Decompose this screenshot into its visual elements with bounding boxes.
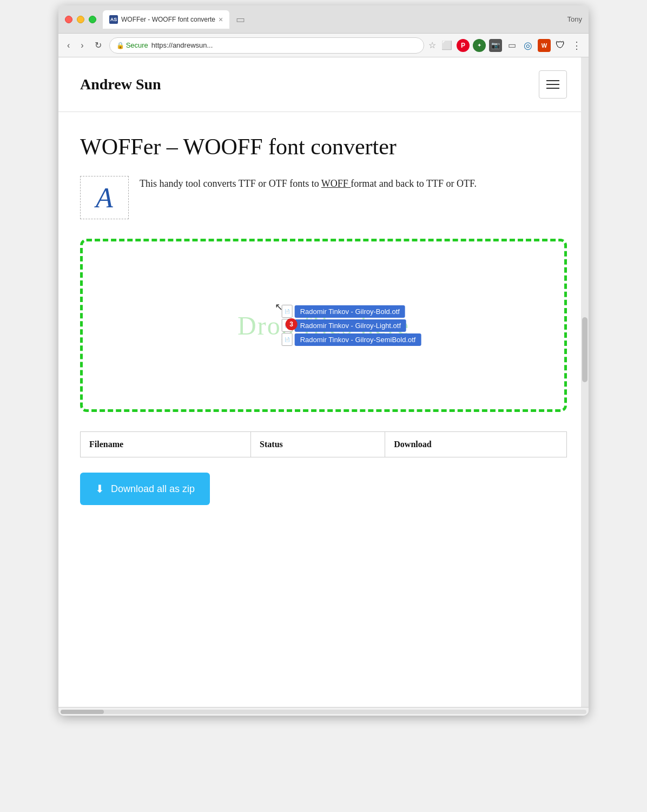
col-status: Status <box>251 432 385 457</box>
download-zip-icon: ⬇ <box>95 482 104 495</box>
files-table: Filename Status Download <box>80 431 567 457</box>
dropzone[interactable]: Drop files here 📄 ↖ Radomir Tinkov - Gil… <box>80 239 567 412</box>
drag-file-2: 📄 3 Radomir Tinkov - Gilroy-Light.otf <box>282 319 421 332</box>
back-button[interactable]: ‹ <box>64 38 73 53</box>
more-options-button[interactable]: ⋮ <box>570 39 583 52</box>
file-chip-3: Radomir Tinkov - Gilroy-SemiBold.otf <box>295 333 421 346</box>
horizontal-scroll-track[interactable] <box>61 710 586 714</box>
intro-text: This handy tool converts TTF or OTF font… <box>140 176 477 192</box>
toolbar-icons: ⬜ P ✦ 📷 ▭ ◎ W 🛡 ⋮ <box>440 39 583 52</box>
user-label: Tony <box>567 15 582 23</box>
minimize-window-button[interactable] <box>77 16 84 23</box>
menu-line-3 <box>546 88 559 89</box>
download-all-button[interactable]: ⬇ Download all as zip <box>80 473 210 505</box>
file-doc-icon: 📄 <box>285 309 290 314</box>
menu-line-2 <box>546 84 559 85</box>
font-icon-box: A <box>80 176 129 219</box>
menu-line-1 <box>546 80 559 81</box>
browser-window: AS WOFFer - WOOFF font converte × ▭ Tony… <box>58 5 589 716</box>
traffic-lights <box>65 16 96 23</box>
drag-file-1: 📄 ↖ Radomir Tinkov - Gilroy-Bold.otf <box>282 305 421 318</box>
address-bar: ‹ › ↻ 🔒 Secure https://andrewsun... ☆ ⬜ … <box>58 34 589 57</box>
hamburger-menu-button[interactable] <box>539 70 567 99</box>
camera-icon[interactable]: 📷 <box>489 39 502 52</box>
file-icon-3: 📄 <box>282 333 293 346</box>
refresh-button[interactable]: ↻ <box>91 38 105 53</box>
file-chip-2: Radomir Tinkov - Gilroy-Light.otf <box>295 319 406 332</box>
tab-bar: AS WOFFer - WOOFF font converte × ▭ <box>103 10 567 29</box>
drag-file-3: 📄 Radomir Tinkov - Gilroy-SemiBold.otf <box>282 333 421 346</box>
navigation-icon[interactable]: ◎ <box>521 39 534 52</box>
intro-section: A This handy tool converts TTF or OTF fo… <box>80 176 567 219</box>
site-title: Andrew Sun <box>80 76 161 93</box>
col-filename: Filename <box>81 432 251 457</box>
forward-button[interactable]: › <box>77 38 87 53</box>
horizontal-scrollbar[interactable] <box>58 707 589 716</box>
office-icon[interactable]: W <box>538 39 551 52</box>
drag-ghost: 📄 ↖ Radomir Tinkov - Gilroy-Bold.otf 📄 3 <box>282 305 421 346</box>
scrollbar-track[interactable] <box>581 57 589 707</box>
cursor-icon: ↖ <box>275 301 283 313</box>
screen-icon[interactable]: ▭ <box>505 39 518 52</box>
page-heading: WOFFer – WOOFF font converter <box>80 134 567 160</box>
font-a-icon: A <box>96 182 113 214</box>
page-content: Andrew Sun WOFFer – WOOFF font converter… <box>58 57 589 707</box>
url-text: https://andrewsun... <box>151 41 213 49</box>
download-all-label: Download all as zip <box>111 483 195 495</box>
maximize-window-button[interactable] <box>89 16 96 23</box>
woff-link[interactable]: WOFF <box>321 178 351 189</box>
horizontal-scroll-thumb[interactable] <box>61 710 104 714</box>
secure-indicator: 🔒 Secure <box>116 41 148 49</box>
tab-favicon: AS <box>109 15 118 24</box>
site-header: Andrew Sun <box>58 57 589 112</box>
close-window-button[interactable] <box>65 16 72 23</box>
file-icon-2: 📄 3 <box>282 319 293 332</box>
new-tab-button[interactable]: ▭ <box>232 11 249 28</box>
table-head: Filename Status Download <box>81 432 567 457</box>
tab-title: WOFFer - WOOFF font converte <box>121 16 215 23</box>
file-doc-icon-3: 📄 <box>285 337 290 342</box>
cast-icon[interactable]: ⬜ <box>440 39 453 52</box>
titlebar: AS WOFFer - WOOFF font converte × ▭ Tony <box>58 5 589 34</box>
active-tab[interactable]: AS WOFFer - WOOFF font converte × <box>103 10 229 29</box>
bookmark-button[interactable]: ☆ <box>428 40 436 50</box>
extension-green-icon[interactable]: ✦ <box>473 39 486 52</box>
scrollbar-thumb[interactable] <box>582 317 587 382</box>
address-input[interactable]: 🔒 Secure https://andrewsun... <box>109 37 424 54</box>
lock-icon: 🔒 <box>116 42 124 49</box>
bitdefender-icon[interactable]: 🛡 <box>554 39 567 52</box>
main-area: WOFFer – WOOFF font converter A This han… <box>58 112 589 527</box>
col-download: Download <box>385 432 567 457</box>
pinterest-icon[interactable]: P <box>457 39 470 52</box>
file-chip-1: Radomir Tinkov - Gilroy-Bold.otf <box>295 305 405 318</box>
file-icon-1: 📄 ↖ <box>282 305 293 318</box>
tab-close-button[interactable]: × <box>219 15 223 24</box>
file-count-badge: 3 <box>286 318 298 330</box>
table-header-row: Filename Status Download <box>81 432 567 457</box>
